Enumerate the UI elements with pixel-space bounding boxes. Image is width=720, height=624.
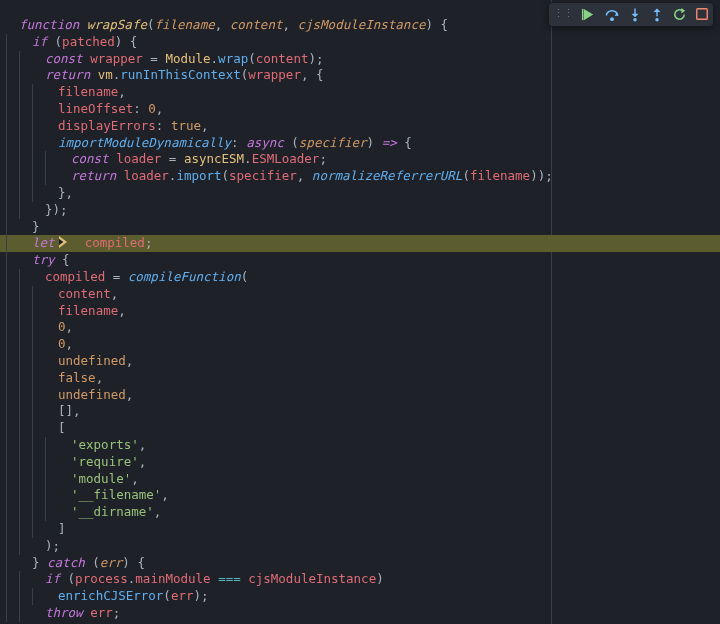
- debug-toolbar: ⋮⋮: [548, 2, 714, 27]
- code-line[interactable]: importModuleDynamically: async (specifie…: [0, 135, 720, 152]
- code-line[interactable]: 0,: [0, 336, 720, 353]
- svg-point-1: [610, 17, 614, 21]
- code-line[interactable]: '__dirname',: [0, 504, 720, 521]
- code-line[interactable]: const loader = asyncESM.ESMLoader;: [0, 151, 720, 168]
- code-line[interactable]: displayErrors: true,: [0, 118, 720, 135]
- code-line[interactable]: throw err;: [0, 605, 720, 622]
- code-line[interactable]: undefined,: [0, 353, 720, 370]
- svg-rect-0: [582, 9, 583, 20]
- code-line[interactable]: enrichCJSError(err);: [0, 588, 720, 605]
- code-line[interactable]: lineOffset: 0,: [0, 101, 720, 118]
- code-line[interactable]: 'exports',: [0, 437, 720, 454]
- step-into-icon: [628, 7, 642, 22]
- svg-point-2: [633, 18, 637, 22]
- code-editor[interactable]: function wrapSafe(filename, content, cjs…: [0, 0, 720, 624]
- code-line[interactable]: ]: [0, 521, 720, 538]
- code-line[interactable]: [],: [0, 403, 720, 420]
- code-line[interactable]: return vm.runInThisContext(wrapper, {: [0, 67, 720, 84]
- code-line[interactable]: let compiled;: [0, 235, 720, 252]
- code-line[interactable]: filename,: [0, 84, 720, 101]
- step-out-button[interactable]: [650, 7, 664, 22]
- code-line[interactable]: const wrapper = Module.wrap(content);: [0, 51, 720, 68]
- code-line[interactable]: },: [0, 185, 720, 202]
- stop-icon: [695, 7, 709, 21]
- code-line[interactable]: '__filename',: [0, 487, 720, 504]
- code-line[interactable]: });: [0, 202, 720, 219]
- svg-rect-4: [697, 9, 708, 20]
- code-line[interactable]: if (patched) {: [0, 34, 720, 51]
- code-line[interactable]: 'module',: [0, 471, 720, 488]
- code-line[interactable]: return loader.import(specifier, normaliz…: [0, 168, 720, 185]
- stop-button[interactable]: [695, 7, 709, 21]
- restart-button[interactable]: [672, 7, 687, 22]
- current-line-marker-icon: [59, 236, 67, 248]
- code-line[interactable]: false,: [0, 370, 720, 387]
- step-over-icon: [604, 7, 620, 22]
- code-line[interactable]: filename,: [0, 303, 720, 320]
- step-out-icon: [650, 7, 664, 22]
- code-line[interactable]: } catch (err) {: [0, 555, 720, 572]
- code-line[interactable]: 'require',: [0, 454, 720, 471]
- code-line[interactable]: if (process.mainModule === cjsModuleInst…: [0, 571, 720, 588]
- code-line[interactable]: try {: [0, 252, 720, 269]
- code-line[interactable]: );: [0, 538, 720, 555]
- step-over-button[interactable]: [604, 7, 620, 22]
- continue-icon: [581, 7, 596, 22]
- code-line[interactable]: undefined,: [0, 387, 720, 404]
- restart-icon: [672, 7, 687, 22]
- grip-icon[interactable]: ⋮⋮: [553, 6, 573, 23]
- code-line[interactable]: 0,: [0, 319, 720, 336]
- code-line[interactable]: }: [0, 219, 720, 236]
- continue-button[interactable]: [581, 7, 596, 22]
- code-line[interactable]: content,: [0, 286, 720, 303]
- step-into-button[interactable]: [628, 7, 642, 22]
- svg-point-3: [655, 18, 659, 22]
- code-line[interactable]: [: [0, 420, 720, 437]
- code-line[interactable]: compiled = compileFunction(: [0, 269, 720, 286]
